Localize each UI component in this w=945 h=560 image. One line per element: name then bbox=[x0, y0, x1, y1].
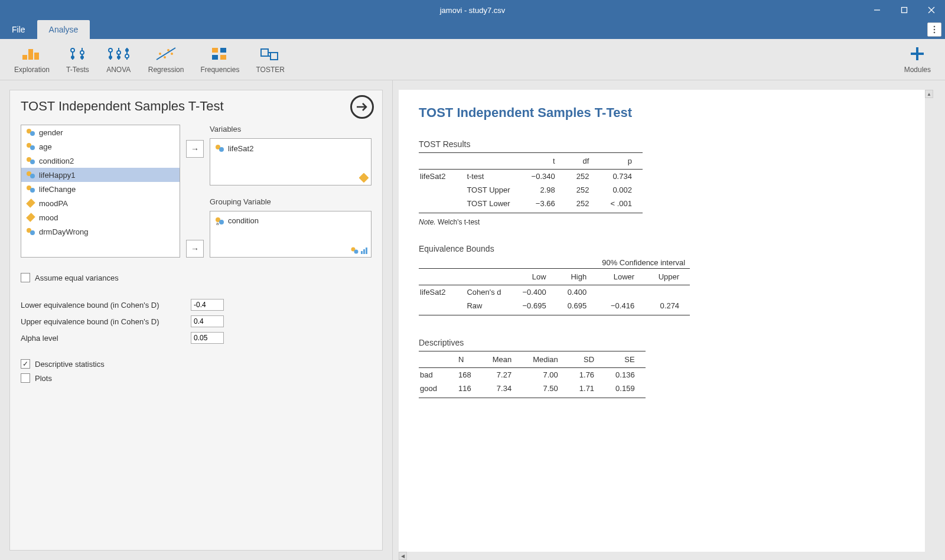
svg-point-27 bbox=[164, 56, 166, 58]
modules-icon bbox=[910, 45, 925, 62]
svg-point-28 bbox=[167, 49, 170, 51]
svg-point-4 bbox=[934, 26, 936, 28]
svg-point-29 bbox=[171, 53, 173, 55]
move-to-grouping-button[interactable]: → bbox=[186, 240, 204, 258]
menu-more-button[interactable] bbox=[927, 22, 941, 37]
eq-bounds-header: Equivalence Bounds bbox=[419, 244, 905, 253]
variable-item[interactable]: lifeSat2 bbox=[213, 141, 369, 155]
ribbon-regression[interactable]: Regression bbox=[140, 43, 193, 76]
ribbon: Exploration T-Tests ANOVA Regression Fre… bbox=[0, 39, 945, 80]
nominal-text-icon: a bbox=[215, 216, 224, 226]
source-var-item[interactable]: moodPA bbox=[21, 196, 180, 210]
svg-point-6 bbox=[934, 32, 936, 34]
results-vscrollbar[interactable]: ▲ bbox=[925, 90, 933, 552]
alpha-input[interactable] bbox=[191, 332, 224, 344]
source-var-item[interactable]: lifeChange bbox=[21, 182, 180, 196]
ribbon-ttests[interactable]: T-Tests bbox=[58, 43, 97, 76]
ribbon-exploration[interactable]: Exploration bbox=[6, 43, 58, 76]
nominal-icon bbox=[215, 144, 224, 153]
results-title: TOST Independent Samples T-Test bbox=[419, 105, 905, 121]
ttests-icon bbox=[67, 45, 88, 62]
svg-rect-33 bbox=[220, 55, 226, 60]
svg-point-50 bbox=[30, 188, 35, 193]
source-var-item[interactable]: mood bbox=[21, 210, 180, 224]
grouping-item[interactable]: a condition bbox=[213, 214, 369, 228]
ribbon-toster[interactable]: TOSTER bbox=[247, 43, 292, 76]
svg-rect-57 bbox=[359, 173, 369, 183]
lower-bound-label: Lower equivalence bound (in Cohen's D) bbox=[21, 301, 186, 310]
move-to-variables-button[interactable]: → bbox=[186, 140, 204, 158]
scroll-left-button[interactable]: ◀ bbox=[399, 552, 407, 560]
maximize-button[interactable] bbox=[891, 0, 918, 20]
svg-point-18 bbox=[109, 56, 112, 59]
descriptives-checkbox[interactable] bbox=[21, 359, 30, 369]
results-hscrollbar[interactable]: ◀ bbox=[399, 552, 933, 560]
svg-point-14 bbox=[80, 51, 84, 54]
upper-bound-input[interactable] bbox=[191, 315, 224, 327]
eq-bounds-table: 90% Confidence intervalLowHighLowerUpper… bbox=[419, 257, 690, 315]
source-var-item[interactable]: age bbox=[21, 139, 180, 154]
svg-point-23 bbox=[125, 48, 129, 52]
svg-rect-7 bbox=[22, 55, 27, 60]
ribbon-anova[interactable]: ANOVA bbox=[97, 43, 140, 76]
lower-bound-input[interactable] bbox=[191, 299, 224, 311]
svg-point-12 bbox=[71, 56, 74, 59]
close-button[interactable] bbox=[918, 0, 945, 20]
ribbon-frequencies[interactable]: Frequencies bbox=[192, 43, 247, 76]
tost-note: Note. Welch's t-test bbox=[419, 218, 905, 226]
continuous-icon bbox=[26, 198, 35, 208]
options-box: TOST Independent Samples T-Test genderag… bbox=[9, 90, 383, 551]
source-var-item[interactable]: drmDayWrong bbox=[21, 224, 180, 239]
plots-checkbox[interactable] bbox=[21, 373, 30, 383]
assume-equal-variances-checkbox[interactable] bbox=[21, 273, 30, 282]
window-controls bbox=[863, 0, 945, 20]
menubar: File Analyse bbox=[0, 20, 945, 39]
svg-rect-30 bbox=[212, 48, 218, 53]
svg-point-17 bbox=[109, 48, 112, 52]
svg-point-59 bbox=[219, 220, 224, 224]
source-variable-list[interactable]: genderagecondition2lifeHappy1lifeChangem… bbox=[21, 125, 180, 258]
grouping-target[interactable]: a condition bbox=[210, 211, 372, 258]
svg-point-21 bbox=[117, 56, 120, 59]
run-button[interactable] bbox=[350, 95, 374, 119]
svg-rect-64 bbox=[363, 249, 365, 254]
source-var-item[interactable]: gender bbox=[21, 125, 180, 139]
exploration-icon bbox=[21, 45, 43, 62]
svg-rect-65 bbox=[366, 248, 367, 254]
nominal-icon bbox=[26, 227, 35, 236]
source-var-item[interactable]: condition2 bbox=[21, 154, 180, 168]
titlebar: jamovi - study7.csv bbox=[0, 0, 945, 20]
svg-point-48 bbox=[30, 174, 35, 178]
svg-text:a: a bbox=[216, 221, 219, 226]
svg-rect-51 bbox=[26, 198, 35, 208]
svg-rect-35 bbox=[271, 53, 278, 60]
continuous-icon bbox=[26, 213, 35, 222]
results-box: TOST Independent Samples T-Test TOST Res… bbox=[399, 90, 925, 552]
svg-point-20 bbox=[117, 51, 120, 54]
ribbon-modules[interactable]: Modules bbox=[896, 43, 939, 76]
options-title: TOST Independent Samples T-Test bbox=[21, 99, 372, 114]
menu-analyse[interactable]: Analyse bbox=[37, 20, 90, 39]
accepted-types-icon bbox=[351, 246, 369, 255]
svg-rect-1 bbox=[902, 8, 907, 13]
tost-results-header: TOST Results bbox=[419, 139, 905, 149]
source-var-item[interactable]: lifeHappy1 bbox=[21, 168, 180, 182]
svg-point-62 bbox=[354, 250, 359, 254]
nominal-icon bbox=[26, 184, 35, 194]
variables-target[interactable]: lifeSat2 bbox=[210, 138, 372, 185]
variables-label: Variables bbox=[210, 125, 372, 134]
tost-results-table: tdfplifeSat2t-test−0.3402520.734TOST Upp… bbox=[419, 152, 643, 213]
descriptives-table: NMeanMedianSDSEbad1687.277.001.760.136go… bbox=[419, 351, 646, 398]
window-title: jamovi - study7.csv bbox=[440, 6, 506, 15]
nominal-icon bbox=[26, 128, 35, 137]
menu-file[interactable]: File bbox=[0, 20, 37, 39]
svg-rect-63 bbox=[361, 251, 363, 254]
scroll-up-button[interactable]: ▲ bbox=[925, 90, 933, 98]
svg-rect-34 bbox=[261, 49, 268, 56]
svg-point-11 bbox=[71, 48, 74, 52]
content-area: TOST Independent Samples T-Test genderag… bbox=[0, 80, 945, 560]
toster-icon bbox=[260, 45, 281, 62]
minimize-button[interactable] bbox=[863, 0, 891, 20]
svg-point-15 bbox=[80, 56, 84, 59]
assume-equal-label: Assume equal variances bbox=[35, 274, 119, 282]
